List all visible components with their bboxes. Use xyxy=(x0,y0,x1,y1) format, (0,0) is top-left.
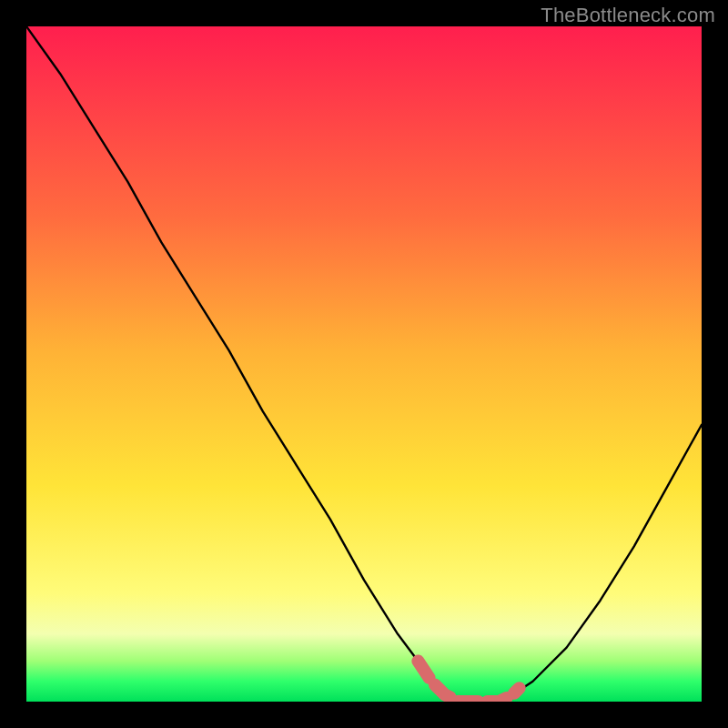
bottleneck-curve xyxy=(26,26,702,702)
chart-overlay-svg xyxy=(26,26,702,702)
chart-stage: TheBottleneck.com xyxy=(0,0,728,728)
watermark-text: TheBottleneck.com xyxy=(541,4,715,27)
optimal-range-highlight xyxy=(418,661,519,702)
